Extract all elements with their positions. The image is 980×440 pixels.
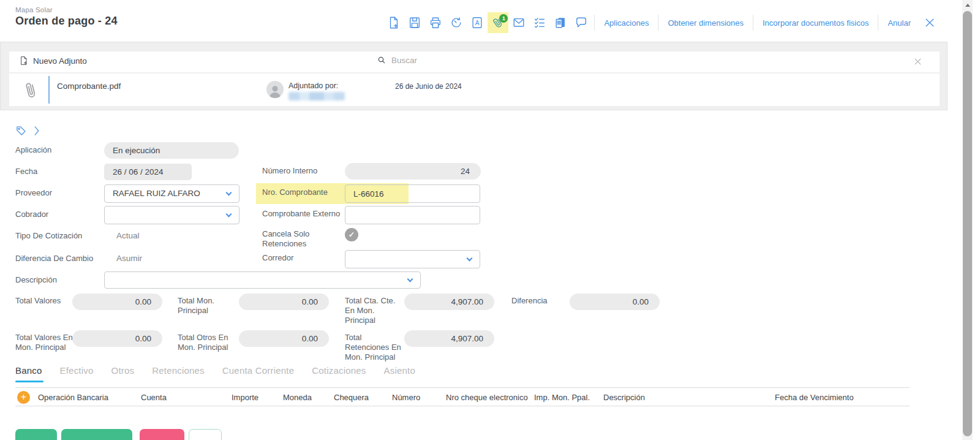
- toolbar-divider: [658, 15, 658, 31]
- aplicacion-value: En ejecución: [104, 142, 239, 159]
- col-operacion-bancaria: Operación Bancaria: [38, 393, 108, 402]
- total-otros-mon-ppal-label: Total Otros En Mon. Principal: [178, 333, 233, 352]
- diferencia-cambio-value: Asumir: [116, 254, 142, 263]
- cobrador-label: Cobrador: [15, 210, 48, 219]
- tag-icon[interactable]: [15, 125, 27, 137]
- avatar: [266, 81, 284, 98]
- aplicacion-label: Aplicación: [15, 145, 51, 155]
- tab-banco[interactable]: Banco: [15, 365, 42, 376]
- total-mon-principal-value: 0.00: [239, 294, 329, 310]
- proveedor-value: RAFAEL RUIZ ALFARO: [113, 189, 200, 198]
- total-valores-value: 0.00: [72, 294, 162, 310]
- cancela-retenciones-checkbox[interactable]: ✓: [345, 228, 358, 241]
- tab-bar: Banco Efectivo Otros Retenciones Cuenta …: [15, 365, 415, 376]
- bottom-button-3[interactable]: [140, 429, 184, 440]
- diferencia-label: Diferencia: [511, 296, 548, 306]
- total-cta-cte-label: Total Cta. Cte. En Mon. Principal: [345, 296, 401, 325]
- toolbar-divider: [753, 15, 753, 31]
- report-icon[interactable]: [550, 12, 571, 33]
- tab-efectivo[interactable]: Efectivo: [60, 365, 94, 376]
- checklist-icon[interactable]: [529, 12, 550, 33]
- attachments-icon[interactable]: 1: [488, 12, 508, 33]
- bottom-button-1[interactable]: [15, 429, 57, 440]
- save-icon[interactable]: [404, 12, 425, 33]
- orden-de-pago-page: Mapa Solar Orden de pago - 24 A 1: [0, 0, 980, 440]
- history-icon[interactable]: [446, 12, 467, 33]
- total-valores-label: Total Valores: [15, 296, 61, 306]
- email-icon[interactable]: [508, 12, 529, 33]
- close-icon[interactable]: [924, 17, 936, 29]
- new-attachment-button[interactable]: Nuevo Adjunto: [19, 56, 87, 66]
- total-cta-cte-value: 4,907.00: [404, 294, 494, 310]
- diferencia-cambio-label: Diferencia De Cambio: [15, 254, 93, 264]
- bottom-button-2[interactable]: [61, 429, 132, 440]
- link-aplicaciones[interactable]: Aplicaciones: [597, 18, 655, 28]
- text-format-icon[interactable]: A: [467, 12, 488, 33]
- tab-otros[interactable]: Otros: [111, 365, 135, 376]
- col-cuenta: Cuenta: [141, 393, 167, 402]
- toolbar: A 1 Aplicaciones Obtener dimensiones Inc…: [383, 12, 936, 33]
- print-icon[interactable]: [425, 12, 446, 33]
- col-chequera: Chequera: [334, 393, 369, 402]
- attachments-panel: Nuevo Adjunto Comprobante.pdf Adjuntado …: [0, 42, 948, 110]
- proveedor-label: Proveedor: [15, 188, 52, 198]
- chevron-down-icon: [226, 190, 232, 196]
- tab-retenciones[interactable]: Retenciones: [152, 365, 205, 376]
- chevron-down-icon: [407, 276, 413, 283]
- scrollbar-thumb[interactable]: [963, 11, 972, 436]
- uploaded-by-name-redacted: [288, 92, 345, 101]
- total-valores-mon-ppal-label: Total Valores En Mon. Principal: [15, 333, 74, 352]
- col-nro-cheque-electronico: Nro cheque electronico: [446, 393, 528, 402]
- uploaded-by-label: Adjuntado por:: [288, 82, 338, 90]
- attachment-row[interactable]: Comprobante.pdf Adjuntado por: 26 de Jun…: [9, 74, 940, 106]
- comprobante-externo-label: Comprobante Externo: [262, 209, 340, 219]
- numero-interno-label: Número Interno: [262, 166, 317, 176]
- fecha-field[interactable]: 26 / 06 / 2024: [104, 164, 192, 180]
- col-numero: Número: [392, 393, 420, 402]
- divider: [15, 406, 910, 406]
- nro-comprobante-input[interactable]: [345, 184, 480, 203]
- link-incorporar-documentos[interactable]: Incorporar documentos fisicos: [756, 18, 875, 28]
- fecha-label: Fecha: [15, 167, 37, 176]
- comprobante-externo-input[interactable]: [345, 206, 480, 224]
- nro-comprobante-label: Nro. Comprobante: [262, 188, 328, 197]
- attachments-close-icon[interactable]: [913, 57, 922, 66]
- scroll-up-arrow-icon[interactable]: [962, 0, 973, 10]
- descripcion-label: Descripción: [15, 275, 57, 285]
- bottom-button-4[interactable]: [189, 429, 222, 440]
- col-descripcion: Descripción: [603, 393, 645, 402]
- expand-chevron-icon[interactable]: [32, 125, 41, 137]
- tab-cuenta-corriente[interactable]: Cuenta Corriente: [222, 365, 294, 376]
- tag-row: [15, 125, 41, 137]
- cobrador-select[interactable]: [104, 206, 239, 224]
- attachment-search-input[interactable]: [391, 56, 526, 65]
- new-document-icon[interactable]: [383, 12, 404, 33]
- proveedor-select[interactable]: RAFAEL RUIZ ALFARO: [104, 184, 239, 203]
- toolbar-divider: [594, 15, 595, 31]
- corredor-select[interactable]: [345, 250, 480, 268]
- tab-asiento[interactable]: Asiento: [384, 365, 415, 376]
- diferencia-value: 0.00: [570, 294, 660, 310]
- descripcion-select[interactable]: [104, 271, 421, 289]
- col-importe: Importe: [232, 393, 258, 402]
- paperclip-icon: [23, 80, 39, 102]
- attachment-date: 26 de Junio de 2024: [395, 82, 462, 91]
- add-row-button[interactable]: +: [17, 391, 30, 404]
- tab-cotizaciones[interactable]: Cotizaciones: [312, 365, 366, 376]
- tipo-cotizacion-value: Actual: [116, 231, 140, 240]
- active-tab-underline: [15, 381, 43, 382]
- comments-icon[interactable]: [571, 12, 592, 33]
- total-retenciones-value: 4,907.00: [404, 330, 494, 347]
- vertical-scrollbar[interactable]: [962, 0, 973, 440]
- total-valores-mon-ppal-value: 0.00: [72, 330, 162, 347]
- svg-text:A: A: [475, 20, 480, 26]
- link-obtener-dimensiones[interactable]: Obtener dimensiones: [661, 18, 750, 28]
- col-imp-mon-ppal: Imp. Mon. Ppal.: [534, 393, 590, 402]
- new-attachment-label: Nuevo Adjunto: [33, 56, 87, 66]
- attachment-filename: Comprobante.pdf: [57, 82, 121, 91]
- chevron-down-icon: [226, 211, 232, 218]
- link-anular[interactable]: Anular: [881, 18, 918, 28]
- corredor-label: Corredor: [262, 253, 293, 263]
- attachment-row-divider: [48, 76, 50, 104]
- numero-interno-value: 24: [345, 163, 481, 180]
